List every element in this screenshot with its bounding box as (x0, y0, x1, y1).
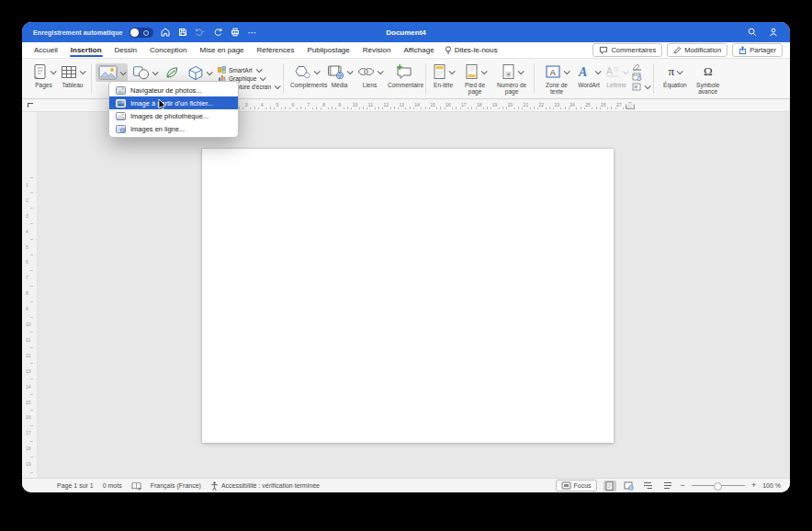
zoom-out-button[interactable]: − (681, 481, 685, 490)
zoom-slider-knob[interactable] (714, 482, 722, 491)
document-page[interactable] (202, 149, 614, 443)
chevron-down-icon (564, 68, 570, 74)
vertical-ruler[interactable]: 12345678910111213141516171819 (22, 112, 38, 478)
search-icon[interactable] (747, 27, 758, 38)
tab-mise-en-page[interactable]: Mise en page (194, 42, 251, 58)
focus-button[interactable]: Focus (556, 480, 597, 491)
footer-button[interactable]: Pied de page (457, 61, 493, 98)
new-comment-button[interactable]: Commentaire (385, 61, 422, 98)
drop-cap-label: Lettrine (606, 82, 626, 88)
ruler-number: 27 (616, 102, 622, 107)
accessibility-status[interactable]: Accessibilité : vérification terminée (210, 481, 320, 491)
ruler-number: 26 (601, 102, 606, 107)
comments-button[interactable]: Commentaires (592, 43, 662, 57)
focus-icon (561, 481, 571, 490)
share-label: Partager (750, 46, 776, 54)
table-button[interactable]: Tableau (58, 61, 87, 98)
tab-stop-selector[interactable] (28, 103, 33, 107)
proofing-status-icon[interactable] (131, 481, 141, 491)
links-label: Liens (363, 82, 378, 88)
outline-view-button[interactable] (642, 480, 655, 491)
links-button[interactable]: Liens (355, 61, 385, 98)
shapes-button[interactable] (130, 63, 160, 82)
date-time-icon (632, 73, 642, 81)
chevron-down-icon (80, 68, 86, 74)
media-button[interactable]: Média (324, 61, 355, 98)
3d-models-button[interactable] (185, 63, 214, 83)
menu-item-picture-from-file[interactable]: Image à partir d'un fichier... (109, 96, 238, 109)
tab-publipostage[interactable]: Publipostage (300, 42, 355, 58)
ruler-number: 7 (26, 275, 28, 280)
tab-affichage[interactable]: Affichage (397, 42, 440, 58)
new-comment-label: Commentaire (388, 82, 419, 88)
language-status[interactable]: Français (France) (151, 482, 201, 489)
more-commands-icon[interactable]: ⋯ (247, 27, 258, 38)
toggle-off-indicator (143, 30, 149, 36)
word-window: Enregistrement automatique (22, 22, 790, 492)
zoom-in-button[interactable]: + (751, 481, 756, 490)
pages-icon (32, 63, 48, 81)
pages-label: Pages (35, 82, 51, 88)
addins-button[interactable]: Compléments (288, 61, 324, 98)
ruler-number: 2 (26, 198, 28, 203)
wordart-button[interactable]: A WordArt (575, 61, 603, 98)
page-number-button[interactable]: # Numéro de page (493, 61, 530, 98)
menu-item-photo-browser[interactable]: Navigateur de photos... (109, 84, 238, 96)
pages-button[interactable]: Pages (29, 61, 58, 98)
editing-mode-button[interactable]: Modification (667, 43, 727, 57)
draft-view-button[interactable] (661, 480, 674, 491)
object-icon (632, 83, 642, 91)
zoom-slider[interactable] (692, 481, 745, 490)
menu-item-stock-images[interactable]: Images de photothèque... (109, 109, 238, 122)
account-icon[interactable] (768, 27, 779, 38)
home-icon[interactable] (160, 27, 171, 38)
tab-revision[interactable]: Révision (356, 42, 398, 58)
save-icon[interactable] (177, 27, 188, 38)
ruler-number: 12 (384, 102, 389, 107)
svg-text:A: A (606, 66, 613, 76)
tab-references[interactable]: Références (251, 42, 301, 58)
text-box-button[interactable]: A Zone de texte (538, 61, 575, 98)
signature-line-button[interactable] (632, 63, 649, 71)
new-comment-icon (394, 63, 413, 80)
pictures-button[interactable] (96, 63, 128, 82)
comments-label: Commentaires (611, 46, 656, 54)
zoom-level[interactable]: 100 % (762, 482, 781, 489)
chevron-down-icon (449, 68, 456, 74)
page-count[interactable]: Page 1 sur 1 (57, 482, 94, 489)
tab-insertion[interactable]: Insertion (64, 42, 108, 58)
print-layout-view-button[interactable] (603, 480, 616, 491)
tell-me-button[interactable]: Dites-le-nous (445, 46, 498, 55)
tab-dessin[interactable]: Dessin (108, 42, 143, 58)
autosave-toggle[interactable] (130, 28, 153, 38)
print-icon[interactable] (230, 27, 241, 38)
header-button[interactable]: En-tête (430, 61, 457, 98)
equation-button[interactable]: π Équation (658, 61, 690, 98)
ruler-number: 4 (26, 229, 28, 234)
ruler-number: 11 (26, 337, 30, 343)
table-icon (61, 64, 77, 80)
media-label: Média (332, 82, 348, 88)
web-layout-view-button[interactable] (623, 480, 636, 491)
chevron-down-icon (152, 69, 159, 75)
tab-conception[interactable]: Conception (143, 42, 193, 58)
icons-button[interactable] (162, 63, 183, 82)
title-bar: Enregistrement automatique (22, 22, 790, 42)
page-number-label: Numéro de page (496, 82, 527, 96)
date-time-button[interactable] (632, 73, 649, 81)
menu-item-online-pictures[interactable]: Images en ligne... (109, 122, 238, 135)
link-icon (357, 65, 375, 78)
word-count[interactable]: 0 mots (103, 482, 122, 489)
ruler-number: 16 (445, 102, 451, 107)
ruler-number: 10 (26, 322, 31, 327)
smartart-button[interactable]: SmartArt (218, 66, 279, 73)
editing-mode-label: Modification (684, 46, 721, 54)
signature-line-icon (632, 63, 642, 71)
tab-accueil[interactable]: Accueil (28, 42, 64, 58)
advanced-symbol-button[interactable]: Ω Symbole avancé (690, 61, 727, 98)
ruler-number: 13 (26, 368, 31, 374)
share-button[interactable]: Partager (732, 43, 783, 57)
redo-icon[interactable] (212, 27, 223, 38)
object-button[interactable] (632, 83, 649, 91)
ribbon-divider (653, 63, 654, 94)
